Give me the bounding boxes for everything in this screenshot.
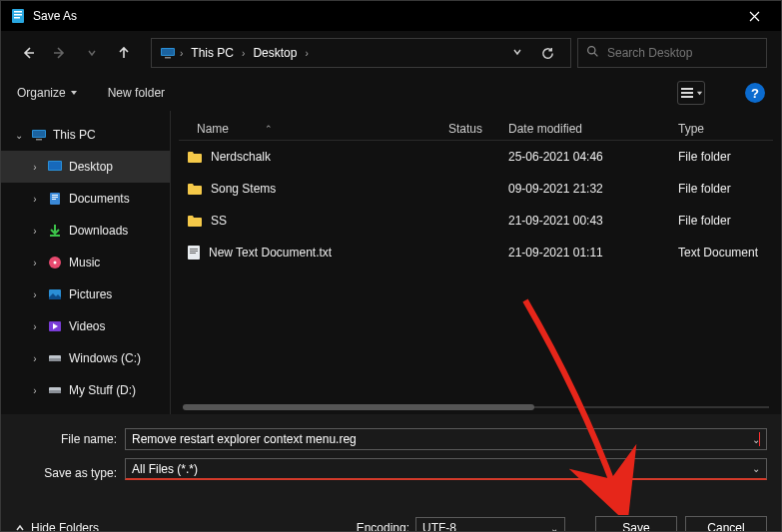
- file-row[interactable]: Nerdschalk 25-06-2021 04:46 File folder: [179, 141, 773, 173]
- documents-icon: [47, 191, 63, 207]
- file-date: 09-09-2021 21:32: [508, 182, 678, 196]
- drive-icon: [47, 382, 63, 398]
- chevron-right-icon: ›: [29, 226, 41, 237]
- chevron-right-icon: ›: [29, 194, 41, 205]
- chevron-right-icon: ›: [29, 258, 41, 268]
- sidebar-item-this-pc[interactable]: ⌄ This PC: [1, 119, 170, 151]
- help-button[interactable]: ?: [745, 83, 765, 103]
- file-list: Name ⌃ Status Date modified Type Nerdsch…: [171, 111, 781, 414]
- file-row[interactable]: SS 21-09-2021 00:43 File folder: [179, 205, 773, 237]
- savetype-label: Save as type:: [15, 466, 125, 480]
- videos-icon: [47, 318, 63, 334]
- hide-folders-button[interactable]: Hide Folders: [15, 521, 99, 532]
- main-area: ⌄ This PC › Desktop › Documents › Downlo…: [1, 111, 781, 414]
- svg-rect-2: [14, 14, 22, 16]
- svg-rect-1: [14, 11, 22, 13]
- file-row[interactable]: New Text Document.txt 21-09-2021 01:11 T…: [179, 237, 773, 268]
- button-row: Hide Folders Encoding: UTF-8 ⌄ Save Canc…: [1, 506, 781, 532]
- svg-rect-32: [190, 253, 196, 254]
- sidebar-item-label: This PC: [53, 128, 96, 142]
- up-button[interactable]: [111, 40, 137, 66]
- sidebar-item-pictures[interactable]: › Pictures: [1, 278, 170, 310]
- encoding-value: UTF-8: [422, 521, 456, 532]
- column-type[interactable]: Type: [678, 122, 773, 136]
- file-row[interactable]: Song Stems 09-09-2021 21:32 File folder: [179, 173, 773, 205]
- file-name: New Text Document.txt: [209, 246, 332, 260]
- encoding-select[interactable]: UTF-8 ⌄: [415, 517, 565, 532]
- sidebar: ⌄ This PC › Desktop › Documents › Downlo…: [1, 111, 171, 414]
- breadcrumb-dropdown-button[interactable]: [506, 46, 528, 60]
- sidebar-item-videos[interactable]: › Videos: [1, 310, 170, 342]
- nav-row: › This PC › Desktop ›: [1, 31, 781, 75]
- svg-rect-26: [49, 358, 61, 361]
- chevron-up-icon: [15, 523, 25, 532]
- sidebar-item-label: Documents: [69, 192, 130, 206]
- pc-icon: [160, 45, 176, 61]
- sidebar-item-downloads[interactable]: › Downloads: [1, 215, 170, 247]
- svg-rect-5: [162, 49, 174, 55]
- folder-icon: [187, 214, 203, 228]
- view-options-button[interactable]: [677, 81, 705, 105]
- window-title: Save As: [33, 9, 731, 23]
- refresh-button[interactable]: [532, 38, 562, 68]
- organize-button[interactable]: Organize: [17, 86, 78, 100]
- chevron-right-icon: ›: [242, 48, 245, 59]
- cancel-button[interactable]: Cancel: [685, 516, 767, 532]
- sidebar-item-desktop[interactable]: › Desktop: [1, 151, 170, 183]
- drive-icon: [47, 350, 63, 366]
- file-date: 25-06-2021 04:46: [508, 150, 678, 164]
- file-date: 21-09-2021 00:43: [508, 214, 678, 228]
- toolbar: Organize New folder ?: [1, 75, 781, 111]
- sidebar-item-documents[interactable]: › Documents: [1, 183, 170, 215]
- chevron-down-icon[interactable]: ⌄: [752, 434, 760, 445]
- close-button[interactable]: [731, 1, 777, 31]
- breadcrumb[interactable]: › This PC › Desktop ›: [151, 38, 571, 68]
- breadcrumb-this-pc[interactable]: This PC: [187, 46, 238, 60]
- chevron-down-icon: [70, 89, 78, 97]
- pictures-icon: [47, 286, 63, 302]
- new-folder-button[interactable]: New folder: [108, 86, 165, 100]
- column-name[interactable]: Name: [197, 122, 229, 136]
- filename-input-wrapper[interactable]: ⌄: [125, 428, 767, 450]
- column-headers[interactable]: Name ⌃ Status Date modified Type: [179, 117, 773, 141]
- chevron-right-icon: ›: [29, 289, 41, 300]
- folder-icon: [187, 182, 203, 196]
- forward-button[interactable]: [47, 40, 73, 66]
- savetype-select[interactable]: All Files (*.*) ⌄: [125, 458, 767, 480]
- sidebar-item-label: Music: [69, 256, 100, 269]
- sidebar-item-mystuff-d[interactable]: › My Stuff (D:): [1, 374, 170, 406]
- sidebar-item-label: Pictures: [69, 287, 112, 301]
- svg-rect-15: [49, 162, 61, 170]
- downloads-icon: [47, 223, 63, 239]
- filename-input[interactable]: [132, 432, 758, 446]
- chevron-right-icon: ›: [29, 321, 41, 332]
- svg-rect-17: [52, 195, 58, 196]
- music-icon: [47, 255, 63, 270]
- column-status[interactable]: Status: [448, 122, 508, 136]
- encoding-label: Encoding:: [357, 521, 409, 532]
- svg-rect-6: [165, 57, 171, 59]
- sidebar-item-windows-c[interactable]: › Windows (C:): [1, 342, 170, 374]
- recent-dropdown-button[interactable]: [79, 40, 105, 66]
- form-area: File name: ⌄ Save as type: All Files (*.…: [1, 414, 781, 506]
- file-type: File folder: [678, 182, 773, 196]
- sidebar-item-music[interactable]: › Music: [1, 247, 170, 278]
- text-file-icon: [187, 245, 201, 261]
- chevron-right-icon: ›: [180, 48, 183, 59]
- svg-rect-28: [49, 390, 61, 393]
- file-type: Text Document: [678, 246, 773, 260]
- search-input[interactable]: [607, 46, 758, 60]
- file-date: 21-09-2021 01:11: [508, 246, 678, 260]
- search-box[interactable]: [577, 38, 767, 68]
- sidebar-item-label: Windows (C:): [69, 351, 141, 365]
- breadcrumb-desktop[interactable]: Desktop: [249, 46, 301, 60]
- save-button[interactable]: Save: [595, 516, 677, 532]
- file-name: SS: [211, 214, 227, 228]
- savetype-value: All Files (*.*): [132, 462, 198, 476]
- sort-ascending-icon: ⌃: [265, 124, 273, 134]
- horizontal-scrollbar[interactable]: [183, 404, 769, 410]
- svg-rect-10: [681, 96, 693, 98]
- column-date[interactable]: Date modified: [508, 122, 678, 136]
- back-button[interactable]: [15, 40, 41, 66]
- sidebar-item-label: My Stuff (D:): [69, 383, 136, 397]
